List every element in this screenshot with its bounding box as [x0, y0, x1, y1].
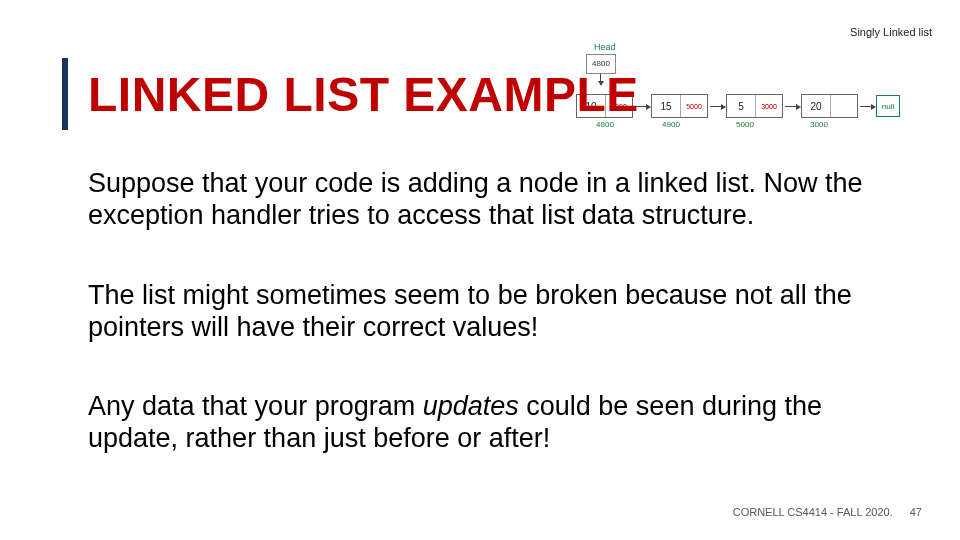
head-label: Head: [594, 42, 946, 52]
null-box: null: [876, 95, 900, 117]
node-data: 5: [727, 95, 756, 117]
diagram-title: Singly Linked list: [576, 26, 932, 38]
body-text: Suppose that your code is adding a node …: [88, 168, 898, 503]
list-node: 15 5000: [651, 94, 708, 118]
slide-title: LINKED LIST EXAMPLE: [88, 67, 639, 122]
node-address: 4900: [634, 120, 708, 129]
paragraph: Any data that your program updates could…: [88, 391, 898, 455]
node-data: 20: [802, 95, 831, 117]
slide: Singly Linked list Head 4800 10 4900 15 …: [0, 0, 960, 540]
node-pointer: 3000: [756, 95, 782, 117]
paragraph: The list might sometimes seem to be brok…: [88, 280, 898, 344]
node-pointer: [831, 95, 857, 117]
node-address: 3000: [782, 120, 856, 129]
list-node: 20: [801, 94, 858, 118]
slide-number: 47: [910, 506, 922, 518]
footer: CORNELL CS4414 - FALL 2020. 47: [733, 506, 922, 518]
node-address: 5000: [708, 120, 782, 129]
title-block: LINKED LIST EXAMPLE: [62, 58, 639, 130]
paragraph: Suppose that your code is adding a node …: [88, 168, 898, 232]
course-label: CORNELL CS4414 - FALL 2020.: [733, 506, 893, 518]
list-node: 5 3000: [726, 94, 783, 118]
node-data: 15: [652, 95, 681, 117]
arrow-icon: [785, 106, 799, 107]
emphasis: updates: [423, 391, 519, 421]
arrow-icon: [710, 106, 724, 107]
arrow-icon: [860, 106, 874, 107]
node-pointer: 5000: [681, 95, 707, 117]
title-accent-bar: [62, 58, 68, 130]
text-run: Any data that your program: [88, 391, 423, 421]
